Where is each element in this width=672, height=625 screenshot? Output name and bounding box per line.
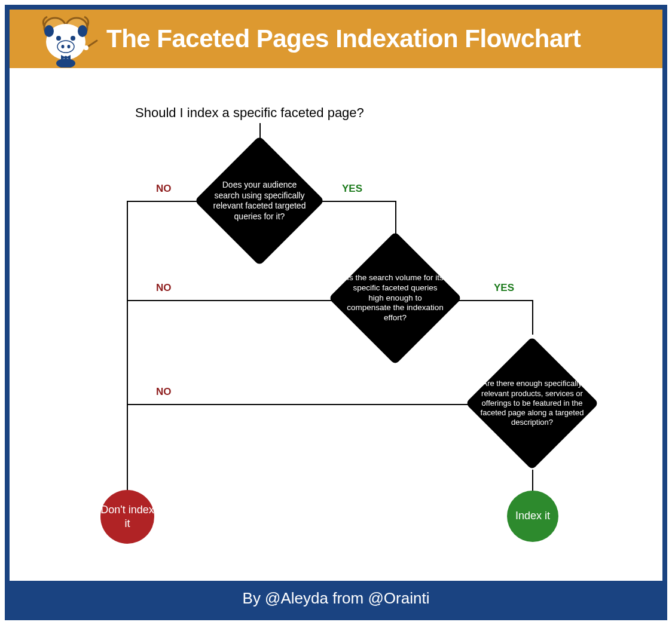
decision-2: Is the search volume for its specific fa… (329, 232, 461, 364)
terminal-dont-index-label: Don't index it (100, 503, 154, 531)
svg-point-7 (57, 41, 74, 53)
connector (532, 300, 533, 335)
decision-3-text: Are there enough specifically relevant p… (466, 331, 598, 476)
decision-1: Does your audience search using specific… (194, 135, 325, 266)
connector (127, 201, 128, 492)
svg-point-6 (71, 36, 75, 41)
page-title: The Faceted Pages Indexation Flowchart (106, 24, 581, 53)
page-frame: The Faceted Pages Indexation Flowchart S… (0, 0, 672, 625)
connector (395, 201, 396, 235)
svg-point-4 (78, 25, 87, 37)
svg-point-10 (65, 56, 68, 59)
d1-yes-label: YES (342, 183, 362, 195)
svg-point-5 (56, 36, 61, 41)
decision-2-text: Is the search volume for its specific fa… (329, 232, 461, 364)
svg-point-13 (84, 45, 88, 50)
d3-no-label: NO (156, 386, 172, 398)
svg-point-9 (68, 45, 71, 48)
start-question: Should I index a specific faceted page? (135, 105, 364, 121)
terminal-index-label: Index it (515, 509, 550, 523)
header-bar: The Faceted Pages Indexation Flowchart (10, 10, 662, 68)
svg-point-3 (44, 25, 54, 37)
flowchart-canvas: Should I index a specific faceted page? … (10, 68, 662, 581)
decision-3: Are there enough specifically relevant p… (466, 331, 598, 476)
footer-bar: By @Aleyda from @Orainti (10, 581, 662, 615)
d2-no-label: NO (156, 282, 172, 294)
svg-point-8 (62, 45, 65, 48)
terminal-index: Index it (507, 491, 558, 542)
logo-mascot-icon (32, 11, 98, 68)
footer-text: By @Aleyda from @Orainti (243, 589, 430, 608)
d2-yes-label: YES (494, 282, 514, 294)
d1-no-label: NO (156, 183, 172, 195)
connector (127, 300, 348, 301)
connector (127, 404, 485, 405)
outer-border: The Faceted Pages Indexation Flowchart S… (5, 5, 667, 620)
terminal-dont-index: Don't index it (100, 490, 154, 544)
svg-point-11 (56, 59, 75, 68)
decision-1-text: Does your audience search using specific… (194, 135, 325, 266)
